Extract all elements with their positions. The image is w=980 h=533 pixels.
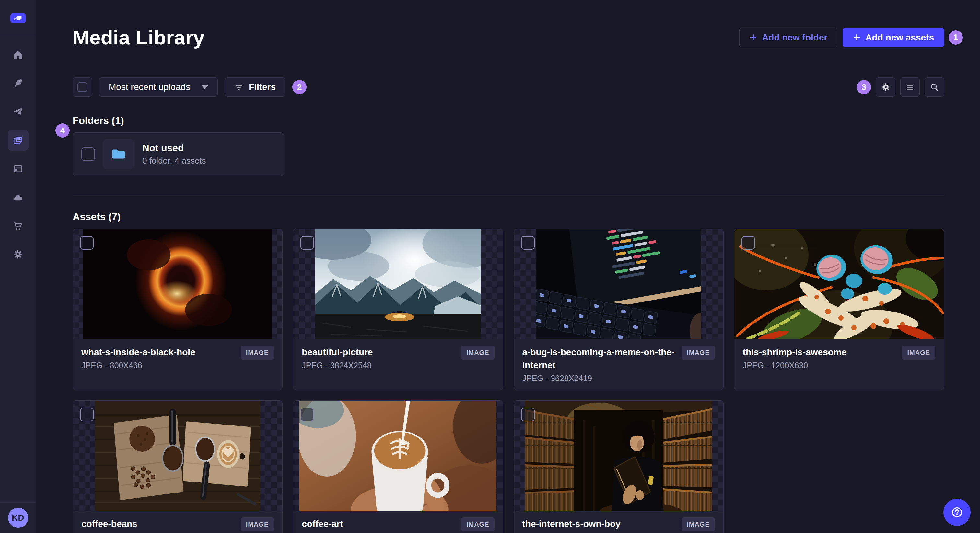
asset-card-footer: what-s-inside-a-black-hole JPEG - 800X46… — [73, 339, 282, 390]
asset-card-footer: coffee-art JPEG - 5824X3259 IMAGE — [293, 511, 503, 533]
asset-type-badge: IMAGE — [681, 517, 715, 531]
add-new-folder-button[interactable]: Add new folder — [739, 28, 837, 47]
folder-card[interactable]: Not used 0 folder, 4 assets — [73, 132, 284, 176]
folder-tile — [103, 139, 134, 169]
asset-name: beautiful-picture — [302, 346, 373, 359]
layout-icon — [13, 163, 23, 174]
sidebar-item-cloud[interactable] — [8, 187, 29, 208]
asset-image — [315, 229, 480, 339]
asset-card[interactable]: what-s-inside-a-black-hole JPEG - 800X46… — [73, 228, 283, 390]
asset-text: beautiful-picture JPEG - 3824X2548 — [302, 346, 373, 370]
list-icon — [905, 82, 915, 92]
tour-step-1-badge[interactable]: 1 — [948, 30, 963, 45]
tour-step-2-badge[interactable]: 2 — [292, 80, 307, 94]
gear-icon — [881, 82, 891, 92]
asset-thumbnail — [73, 229, 282, 339]
asset-card[interactable]: beautiful-picture JPEG - 3824X2548 IMAGE — [293, 228, 503, 390]
asset-grid: what-s-inside-a-black-hole JPEG - 800X46… — [73, 228, 944, 533]
add-new-assets-label: Add new assets — [865, 32, 934, 43]
assets-heading: Assets (7) — [73, 211, 944, 223]
plus-icon — [749, 33, 757, 41]
asset-card[interactable]: the-internet-s-own-boy JPEG - 1200X707 I… — [514, 400, 724, 533]
asset-text: the-internet-s-own-boy JPEG - 1200X707 — [522, 517, 620, 533]
sort-dropdown[interactable]: Most recent uploads — [99, 78, 218, 97]
assets-section: Assets (7) what-s-inside-a-black-hole JP… — [73, 211, 944, 533]
search-button[interactable] — [924, 78, 944, 97]
sidebar-item-releases[interactable] — [8, 102, 29, 122]
main-content: Media Library Add new folder Add new ass… — [37, 0, 980, 533]
asset-card[interactable]: coffee-beans JPEG - 5021X3347 IMAGE — [73, 400, 283, 533]
asset-meta: JPEG - 800X466 — [81, 361, 196, 370]
asset-checkbox[interactable] — [80, 408, 94, 421]
asset-thumbnail — [514, 401, 723, 511]
asset-card[interactable]: a-bug-is-becoming-a-meme-on-the-internet… — [514, 228, 724, 390]
toolbar-right: 3 — [857, 78, 944, 97]
folder-checkbox[interactable] — [81, 148, 95, 161]
asset-thumbnail — [514, 229, 723, 339]
sort-selected-value: Most recent uploads — [108, 82, 190, 92]
filters-label: Filters — [248, 82, 276, 92]
asset-card[interactable]: coffee-art JPEG - 5824X3259 IMAGE — [293, 400, 503, 533]
asset-thumbnail — [293, 401, 503, 511]
sidebar-item-media-library[interactable] — [8, 130, 29, 151]
filters-button[interactable]: Filters — [225, 78, 285, 97]
sidebar-item-home[interactable] — [8, 44, 29, 65]
asset-card-footer: the-internet-s-own-boy JPEG - 1200X707 I… — [514, 511, 723, 533]
checkbox-box — [78, 82, 87, 92]
asset-image — [536, 229, 701, 339]
folder-text: Not used 0 folder, 4 assets — [142, 143, 206, 166]
configure-view-button[interactable] — [876, 78, 896, 97]
app-logo[interactable] — [10, 13, 26, 23]
asset-checkbox[interactable] — [301, 408, 314, 421]
asset-type-badge: IMAGE — [461, 346, 495, 360]
sidebar-item-content-type-builder[interactable] — [8, 159, 29, 179]
section-divider — [73, 195, 944, 195]
page-title: Media Library — [73, 26, 205, 49]
tour-step-4-badge[interactable]: 4 — [56, 124, 70, 138]
filter-icon — [234, 82, 243, 92]
folder-list: Not used 0 folder, 4 assets — [73, 132, 944, 176]
home-icon — [13, 49, 23, 60]
cloud-icon — [13, 192, 23, 203]
folder-name: Not used — [142, 143, 206, 154]
select-all-checkbox[interactable] — [73, 78, 92, 97]
asset-card-footer: this-shrimp-is-awesome JPEG - 1200X630 I… — [734, 339, 944, 390]
asset-text: coffee-art JPEG - 5824X3259 — [302, 517, 371, 533]
sidebar-item-settings[interactable] — [8, 244, 29, 265]
asset-type-badge: IMAGE — [241, 346, 274, 360]
add-new-folder-label: Add new folder — [762, 32, 827, 43]
sidebar-item-content-manager[interactable] — [8, 73, 29, 94]
sidebar-nav — [8, 36, 29, 265]
asset-checkbox[interactable] — [80, 236, 94, 250]
folder-meta: 0 folder, 4 assets — [142, 156, 206, 166]
asset-text: coffee-beans JPEG - 5021X3347 — [81, 517, 151, 533]
list-view-button[interactable] — [900, 78, 920, 97]
folders-heading: Folders (1) — [73, 115, 944, 127]
asset-card-footer: beautiful-picture JPEG - 3824X2548 IMAGE — [293, 339, 503, 390]
asset-image — [525, 401, 712, 511]
chevron-down-icon — [201, 85, 208, 89]
folder-icon — [111, 148, 126, 160]
help-button[interactable] — [943, 499, 970, 526]
asset-checkbox[interactable] — [521, 236, 535, 250]
avatar[interactable]: KD — [8, 508, 28, 528]
sidebar-item-marketplace[interactable] — [8, 215, 29, 236]
asset-thumbnail — [293, 229, 503, 339]
asset-checkbox[interactable] — [521, 408, 535, 421]
asset-name: the-internet-s-own-boy — [522, 517, 620, 530]
asset-name: what-s-inside-a-black-hole — [81, 346, 196, 359]
add-new-assets-button[interactable]: Add new assets — [843, 28, 944, 47]
asset-type-badge: IMAGE — [241, 517, 274, 531]
search-icon — [929, 82, 939, 92]
feather-icon — [13, 78, 23, 89]
asset-card[interactable]: this-shrimp-is-awesome JPEG - 1200X630 I… — [734, 228, 944, 390]
asset-text: this-shrimp-is-awesome JPEG - 1200X630 — [743, 346, 847, 370]
asset-checkbox[interactable] — [301, 236, 314, 250]
asset-checkbox[interactable] — [741, 236, 755, 250]
asset-name: coffee-beans — [81, 517, 151, 530]
asset-type-badge: IMAGE — [461, 517, 495, 531]
tour-step-3-badge[interactable]: 3 — [857, 80, 871, 94]
cart-icon — [13, 220, 23, 231]
asset-meta: JPEG - 3824X2548 — [302, 361, 373, 370]
asset-image — [299, 401, 496, 511]
